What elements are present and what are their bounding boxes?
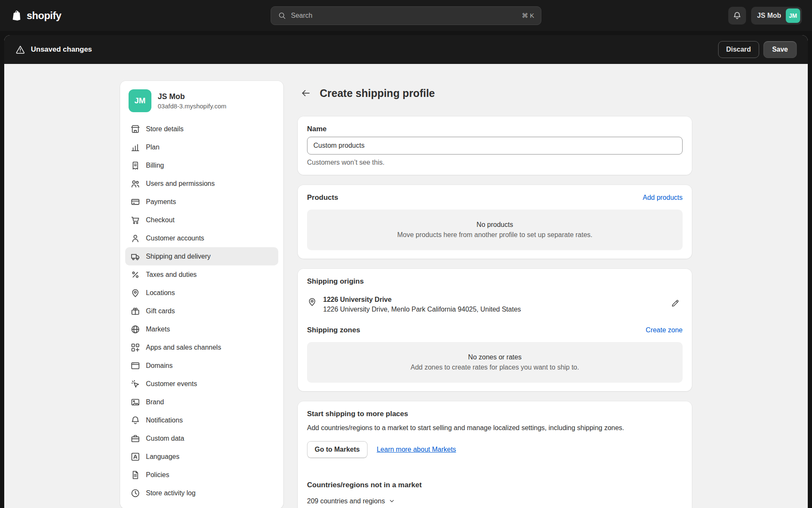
shipping-zones-title: Shipping zones [307,326,360,334]
topbar: shopify Search ⌘ K JS Mob JM [0,0,812,31]
store-domain: 03afd8-3.myshopify.com [158,102,226,110]
create-zone-link[interactable]: Create zone [646,326,683,334]
name-helper-text: Customers won’t see this. [307,159,683,166]
learn-more-markets-link[interactable]: Learn more about Markets [377,446,456,453]
sidebar-item-domains[interactable]: Domains [125,356,278,375]
store-info: JS Mob 03afd8-3.myshopify.com [158,92,226,110]
store-avatar: JM [129,89,151,112]
origin-address: 1226 University Drive, Menlo Park Califo… [323,306,521,313]
sidebar-item-notifications[interactable]: Notifications [125,411,278,429]
name-label: Name [307,125,683,133]
sidebar-item-customer-accounts[interactable]: Customer accounts [125,229,278,247]
user-name: JS Mob [757,12,781,19]
products-empty-title: No products [315,221,674,229]
countries-count: 209 countries and regions [307,497,385,505]
back-arrow-icon [301,88,311,98]
user-menu-button[interactable]: JS Mob JM [751,7,802,25]
shipping-origins-card: Shipping origins 1226 University Drive 1… [298,269,692,391]
edit-origin-button[interactable] [668,296,683,310]
sidebar-item-brand[interactable]: Brand [125,393,278,411]
truck-icon [130,251,140,262]
save-button[interactable]: Save [763,41,797,58]
countries-disclosure[interactable]: 209 countries and regions [307,497,396,505]
page-header: Create shipping profile [298,81,692,105]
products-card: Products Add products No products Move p… [298,185,692,259]
sidebar-item-policies[interactable]: Policies [125,466,278,484]
sidebar-item-custom-data[interactable]: Custom data [125,429,278,447]
unsaved-changes-bar: Unsaved changes Discard Save [4,35,808,64]
settings-nav: Store details Plan Billing Users and per… [125,120,278,502]
payments-icon [130,197,140,207]
products-title: Products [307,193,338,202]
notifications-button[interactable] [728,7,746,25]
sidebar-item-customer-events[interactable]: Customer events [125,375,278,393]
sidebar-item-markets[interactable]: Markets [125,320,278,338]
add-products-link[interactable]: Add products [643,194,683,202]
origin-info: 1226 University Drive 1226 University Dr… [323,296,521,313]
search-placeholder: Search [291,12,313,19]
sidebar-item-taxes-and-duties[interactable]: Taxes and duties [125,265,278,284]
sidebar-item-payments[interactable]: Payments [125,193,278,211]
shopify-logo[interactable]: shopify [10,9,271,22]
countries-section-title: Countries/regions not in a market [307,481,683,489]
document-icon [130,470,140,480]
person-icon [130,233,140,243]
sidebar-item-gift-cards[interactable]: Gift cards [125,302,278,320]
sidebar-item-store-details[interactable]: Store details [125,120,278,138]
products-empty-subtitle: Move products here from another profile … [315,231,674,239]
sidebar-item-plan[interactable]: Plan [125,138,278,156]
markets-title: Start shipping to more places [307,410,683,418]
translate-icon [130,452,140,462]
search-icon [278,11,286,20]
back-button[interactable] [298,85,314,101]
apps-grid-icon [130,342,140,353]
unsaved-changes-status: Unsaved changes [15,44,92,55]
sidebar-item-languages[interactable]: Languages [125,447,278,466]
bell-icon [732,11,742,20]
go-to-markets-button[interactable]: Go to Markets [307,441,368,458]
sidebar-item-store-activity-log[interactable]: Store activity log [125,484,278,502]
profile-name-input[interactable] [307,137,683,155]
warning-icon [15,44,25,55]
cursor-icon [130,379,140,389]
sidebar-item-apps-and-sales-channels[interactable]: Apps and sales channels [125,338,278,356]
pencil-icon [671,298,680,308]
topbar-right: JS Mob JM [541,7,802,25]
main-panel: Create shipping profile Name Customers w… [298,81,692,508]
discard-button[interactable]: Discard [718,41,759,58]
percent-icon [130,270,140,280]
users-icon [130,179,140,189]
chevron-down-icon [388,497,396,505]
checkout-cart-icon [130,215,140,225]
unsaved-changes-label: Unsaved changes [31,45,92,54]
sidebar-item-users-and-permissions[interactable]: Users and permissions [125,174,278,193]
zones-empty-subtitle: Add zones to create rates for places you… [315,364,674,371]
avatar: JM [786,8,800,23]
markets-description: Add countries/regions to a market to sta… [307,424,683,432]
globe-icon [130,324,140,334]
sidebar-item-locations[interactable]: Locations [125,284,278,302]
markets-actions: Go to Markets Learn more about Markets [307,441,683,458]
bell-icon [130,415,140,425]
sidebar-item-billing[interactable]: Billing [125,156,278,174]
zones-empty-state: No zones or rates Add zones to create ra… [307,342,683,383]
plan-icon [130,142,140,152]
map-pin-icon [130,288,140,298]
image-icon [130,397,140,407]
browser-icon [130,361,140,371]
store-header: JM JS Mob 03afd8-3.myshopify.com [125,87,278,120]
zones-empty-title: No zones or rates [315,353,674,361]
sidebar-item-checkout[interactable]: Checkout [125,211,278,229]
briefcase-icon [130,433,140,444]
settings-sidebar: JM JS Mob 03afd8-3.myshopify.com Store d… [120,81,283,508]
page-title: Create shipping profile [320,87,435,99]
search-shortcut: ⌘ K [522,12,534,19]
markets-card: Start shipping to more places Add countr… [298,401,692,508]
search-input[interactable]: Search ⌘ K [271,6,541,25]
gift-icon [130,306,140,316]
settings-content: JM JS Mob 03afd8-3.myshopify.com Store d… [4,64,808,508]
store-icon [130,124,140,134]
app-frame: Unsaved changes Discard Save JM JS Mob 0… [4,35,808,508]
shopify-bag-icon [10,9,23,22]
sidebar-item-shipping-and-delivery[interactable]: Shipping and delivery [125,247,278,265]
